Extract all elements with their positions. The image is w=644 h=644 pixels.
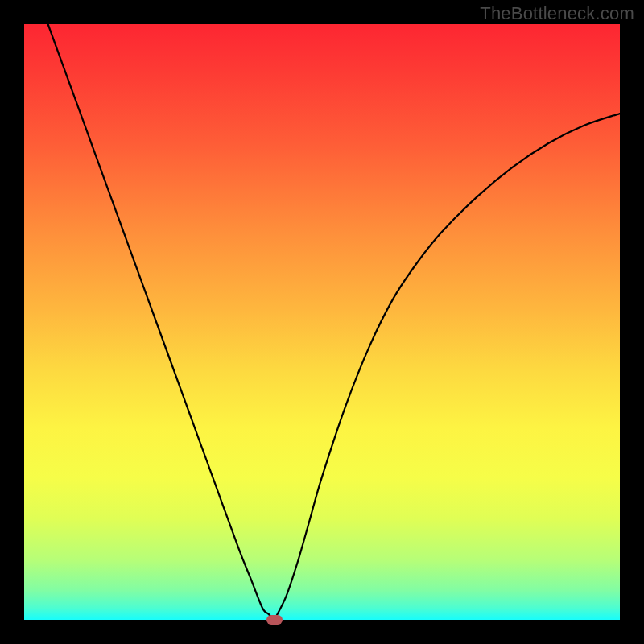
watermark-text: TheBottleneck.com	[480, 3, 634, 24]
chart-plot-area	[24, 24, 620, 620]
curve-svg	[24, 24, 620, 620]
minimum-marker	[266, 615, 283, 625]
curve-right-branch	[275, 114, 620, 620]
curve-left-branch	[48, 24, 275, 620]
